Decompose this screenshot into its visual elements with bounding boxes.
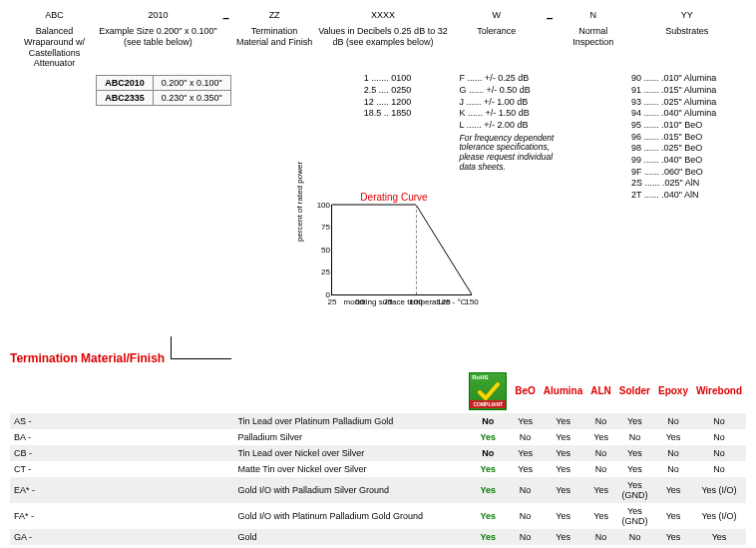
table-row: ABC20100.200" x 0.100" (97, 76, 230, 91)
rohs-badge-icon: RoHSCOMPLIANT (469, 372, 507, 410)
chart-ytick: 25 (312, 268, 330, 276)
chart-ytick: 75 (312, 223, 330, 232)
list-item: K ...... +/- 1.50 dB (459, 108, 564, 120)
rohs-value: No (482, 448, 494, 458)
table-row: AS -Tin Lead over Platinum Palladium Gol… (10, 413, 746, 429)
chart-ytick: 100 (312, 200, 330, 209)
header-code: ZZ (235, 10, 314, 20)
materials-header: Epoxy (654, 369, 692, 413)
compat-cell: No (692, 445, 746, 461)
compat-cell: Yes (654, 503, 692, 529)
size-table: ABC20100.200" x 0.100"ABC23350.230" x 0.… (96, 75, 230, 106)
rohs-value: Yes (481, 511, 497, 521)
compat-cell: No (511, 503, 540, 529)
compat-cell: Yes (615, 445, 654, 461)
compat-cell: Yes (654, 429, 692, 445)
materials-header (10, 369, 233, 413)
chart-ylabel: percent of rated power (295, 162, 304, 242)
dash-separator: – (217, 10, 235, 25)
chart-xtick: 75 (384, 297, 393, 306)
header-col: WTolerance (452, 10, 541, 37)
header-col: ABCBalanced Wraparound w/ Castellations … (10, 10, 99, 69)
compat-cell: No (511, 429, 540, 445)
list-item: G ...... +/- 0.50 dB (459, 85, 564, 97)
compat-cell: Yes (615, 413, 654, 429)
compat-cell: Yes (540, 429, 586, 445)
list-item: 94 ...... .040" Alumina (631, 108, 746, 120)
compat-cell: No (586, 445, 615, 461)
header-col: ZZTermination Material and Finish (235, 10, 314, 48)
chart-xlabel: mounting surface temperature - °C (331, 297, 479, 306)
connector-line (171, 336, 231, 359)
compat-cell: No (654, 413, 692, 429)
list-item: 99 ...... .040" BeO (631, 155, 746, 167)
chart-title: Derating Curve (309, 192, 479, 203)
chart-xtick: 125 (437, 297, 450, 306)
list-item: J ...... +/- 1.00 dB (459, 97, 564, 109)
chart-xtick: 25 (328, 297, 337, 306)
header-subtitle: Substrates (627, 26, 746, 37)
compat-cell: No (511, 529, 540, 545)
list-item: 93 ...... .025" Alumina (631, 97, 746, 109)
compat-cell: Yes (540, 445, 586, 461)
list-item: 98 ...... .025" BeO (631, 143, 746, 155)
header-col: XXXXValues in Decibels 0.25 dB to 32 dB … (314, 10, 453, 48)
table-row: BA -Palladium SilverYesNoYesYesNoYesNo (10, 429, 746, 445)
header-code: ABC (10, 10, 99, 20)
compat-cell: No (692, 413, 746, 429)
table-row: CT -Matte Tin over Nickel over SilverYes… (10, 461, 746, 477)
compat-cell: Yes (511, 445, 540, 461)
compat-cell: No (615, 529, 654, 545)
substrate-list: 90 ...... .010" Alumina91 ...... .015" A… (631, 73, 746, 202)
list-item: 90 ...... .010" Alumina (631, 73, 746, 85)
list-item: 95 ...... .010" BeO (631, 120, 746, 132)
compat-cell: Yes (I/O) (692, 477, 746, 503)
compat-cell: Yes (GND) (615, 477, 654, 503)
compat-cell: Yes (654, 529, 692, 545)
chart-xtick: 100 (409, 297, 422, 306)
materials-header (233, 369, 465, 413)
compat-cell: Yes (GND) (615, 503, 654, 529)
tolerance-note: For frequency dependent tolerance specif… (459, 134, 564, 173)
compat-cell: Yes (511, 461, 540, 477)
list-item: 2.5 .... 0250 (364, 85, 460, 97)
compat-cell: Yes (586, 477, 615, 503)
rohs-value: Yes (481, 464, 497, 474)
list-item: 2T ...... .040" AlN (631, 190, 746, 202)
rohs-value: No (482, 416, 494, 426)
db-examples: 1 ....... 01002.5 .... 025012 ..... 1200… (364, 73, 460, 120)
compat-cell: Yes (586, 429, 615, 445)
list-item: 12 ..... 1200 (364, 97, 460, 109)
derating-chart: Derating Curve percent of rated power 02… (309, 192, 479, 321)
compat-cell: Yes (540, 477, 586, 503)
compat-cell: Yes (I/O) (692, 503, 746, 529)
compat-cell: No (692, 461, 746, 477)
compat-cell: Yes (654, 477, 692, 503)
compat-cell: Yes (540, 529, 586, 545)
header-code: XXXX (314, 10, 453, 20)
header-code: W (452, 10, 541, 20)
compat-cell: No (615, 429, 654, 445)
compat-cell: Yes (586, 503, 615, 529)
compat-cell: No (511, 477, 540, 503)
compat-cell: No (586, 529, 615, 545)
compat-cell: Yes (511, 413, 540, 429)
list-item: 1 ....... 0100 (364, 73, 460, 85)
list-item: 96 ...... .015" BeO (631, 132, 746, 144)
header-col: NNormal Inspection (559, 10, 627, 48)
header-code: 2010 (99, 10, 217, 20)
header-code: N (559, 10, 627, 20)
list-item: L ...... +/- 2.00 dB (459, 120, 564, 132)
compat-cell: Yes (540, 461, 586, 477)
list-item: 91 ...... .015" Alumina (631, 85, 746, 97)
chart-xtick: 150 (465, 297, 478, 306)
rohs-value: Yes (481, 485, 497, 495)
tolerance-list: F ...... +/- 0.25 dBG ...... +/- 0.50 dB… (459, 73, 564, 131)
materials-table: RoHSCOMPLIANTBeOAluminaALNSolderEpoxyWir… (10, 369, 746, 548)
list-item: 2S ...... .025" AlN (631, 178, 746, 190)
materials-header: Solder (615, 369, 654, 413)
compat-cell: Yes (692, 529, 746, 545)
header-subtitle: Tolerance (452, 26, 541, 37)
compat-cell: Yes (615, 461, 654, 477)
materials-header: BeO (511, 369, 540, 413)
